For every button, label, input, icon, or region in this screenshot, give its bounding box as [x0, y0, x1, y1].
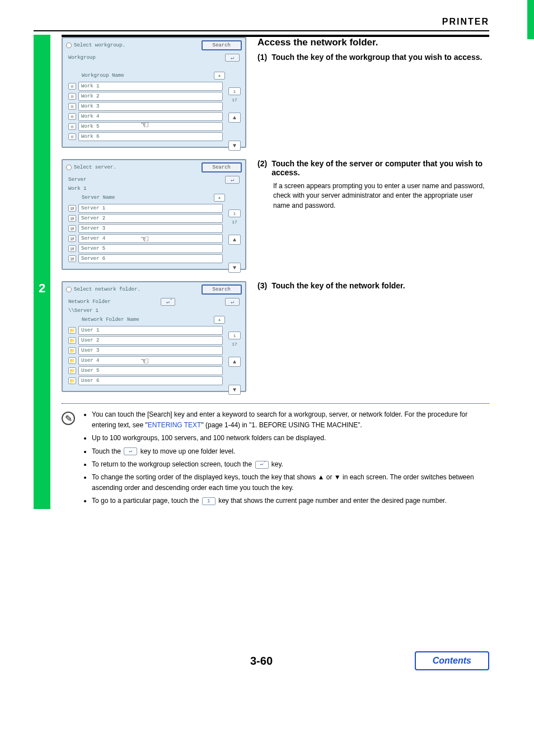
list-item[interactable]: User 4 [78, 356, 223, 365]
up-level-button[interactable]: ↵ [225, 54, 240, 62]
computer-icon: 🖳 [68, 205, 76, 212]
page-total: 17 [232, 342, 237, 347]
list-item[interactable]: Work 5 [78, 122, 223, 131]
list-item[interactable]: User 1 [78, 326, 223, 335]
note-item: Touch the ↵ key to move up one folder le… [92, 446, 489, 457]
computer-icon: 🖳 [68, 245, 76, 252]
step-number: (2) [257, 159, 267, 177]
folder-icon: 📁 [68, 367, 76, 374]
search-button[interactable]: Search [202, 284, 242, 295]
list-item[interactable]: User 6 [78, 376, 223, 385]
header-title: PRINTER [34, 17, 489, 27]
section-number: 2 [34, 281, 50, 296]
panel-server: Select server. Search Server ↵ Work 1 [62, 159, 246, 270]
computer-icon: 🖳 [68, 235, 76, 242]
network-icon: ⊞ [68, 133, 76, 140]
list-item[interactable]: User 3 [78, 346, 223, 355]
up-level-icon: ↵ [124, 447, 137, 455]
computer-icon: 🖳 [68, 255, 76, 262]
home-button[interactable]: ↵̄ [161, 298, 175, 306]
step-number: (1) [257, 53, 267, 62]
list-item[interactable]: Work 2 [78, 92, 223, 101]
network-icon: ⊞ [68, 93, 76, 100]
note-item: Up to 100 workgroups, 100 servers, and 1… [92, 433, 489, 444]
breadcrumb: Work 1 [68, 186, 86, 192]
step-body: If a screen appears prompting you to ent… [273, 181, 489, 211]
breadcrumb: \\Server 1 [68, 308, 99, 314]
scroll-down-button[interactable]: ▼ [228, 141, 241, 151]
notes-list: You can touch the [Search] key and enter… [83, 409, 489, 509]
folder-icon: 📁 [68, 347, 76, 354]
folder-icon: 📁 [68, 377, 76, 384]
computer-icon: 🖳 [68, 225, 76, 232]
sort-button[interactable]: ▲ [214, 194, 225, 202]
up-level-button[interactable]: ↵ [225, 176, 240, 184]
list-item[interactable]: Work 4 [78, 112, 223, 121]
globe-icon [66, 43, 72, 48]
note-icon: ✎ [62, 412, 75, 425]
page-total: 17 [232, 220, 237, 225]
list-item[interactable]: Server 1 [78, 204, 223, 213]
list-item[interactable]: Server 3 [78, 224, 223, 233]
scroll-up-button[interactable]: ▲ [228, 357, 241, 367]
list-item[interactable]: Server 5 [78, 244, 223, 253]
list-item[interactable]: Work 6 [78, 132, 223, 141]
folder-icon: 📁 [68, 327, 76, 334]
column-header: Server Name [82, 195, 214, 200]
scroll-down-button[interactable]: ▼ [228, 385, 241, 395]
scroll-up-button[interactable]: ▲ [228, 113, 241, 123]
globe-icon [66, 165, 72, 170]
contents-button[interactable]: Contents [415, 651, 489, 670]
up-level-button[interactable]: ↵ [225, 298, 240, 306]
panel-workgroup: Select workgroup. Search Workgroup ↵ 1 1… [62, 37, 246, 148]
entering-text-link[interactable]: ENTERING TEXT [148, 421, 202, 429]
folder-icon: 📁 [68, 337, 76, 344]
panel-title: Select server. [74, 165, 199, 170]
sort-button[interactable]: ▲ [214, 72, 225, 80]
network-icon: ⊞ [68, 103, 76, 110]
breadcrumb: Server [68, 177, 86, 183]
step-label: Touch the key of the network folder. [271, 281, 405, 290]
page-number: 3-60 [250, 655, 273, 668]
scroll-down-button[interactable]: ▼ [228, 263, 241, 273]
home-icon: ↵̄ [255, 461, 269, 469]
folder-icon: 📁 [68, 357, 76, 364]
breadcrumb: Workgroup [68, 55, 96, 60]
computer-icon: 🖳 [68, 215, 76, 222]
list-item[interactable]: User 2 [78, 336, 223, 345]
panel-network-folder: Select network folder. Search Network Fo… [62, 281, 246, 392]
globe-icon [66, 287, 72, 292]
search-button[interactable]: Search [202, 162, 242, 172]
note-item: To return to the workgroup selection scr… [92, 459, 489, 470]
step-label: Touch the key of the workgroup that you … [271, 53, 482, 62]
search-button[interactable]: Search [202, 40, 242, 50]
step-number: (3) [257, 281, 267, 290]
list-item[interactable]: User 5 [78, 366, 223, 375]
header-rule [34, 30, 489, 31]
panel-title: Select workgroup. [74, 43, 199, 48]
list-item[interactable]: Server 4 [78, 234, 223, 243]
note-item: To go to a particular page, touch the 1 … [92, 496, 489, 506]
page-number-icon: 1 [202, 497, 216, 505]
note-item: You can touch the [Search] key and enter… [92, 409, 489, 431]
scroll-up-button[interactable]: ▲ [228, 235, 241, 245]
column-header: Workgroup Name [82, 73, 214, 78]
network-icon: ⊞ [68, 123, 76, 130]
network-icon: ⊞ [68, 113, 76, 120]
column-header: Network Folder Name [82, 317, 214, 323]
note-item: To change the sorting order of the displ… [92, 472, 489, 493]
page-indicator-button[interactable]: 1 [228, 209, 241, 217]
list-item[interactable]: Server 6 [78, 254, 223, 263]
sort-button[interactable]: ▲ [214, 316, 225, 324]
page-indicator-button[interactable]: 1 [228, 87, 241, 95]
list-item[interactable]: Server 2 [78, 214, 223, 223]
dotted-separator [62, 403, 489, 404]
list-item[interactable]: Work 1 [78, 82, 223, 91]
list-item[interactable]: Work 3 [78, 102, 223, 111]
network-icon: ⊞ [68, 83, 76, 90]
main-heading: Access the network folder. [257, 37, 489, 48]
margin-green-strip [527, 0, 534, 39]
breadcrumb: Network Folder [68, 299, 111, 305]
step-label: Touch the key of the server or computer … [271, 159, 489, 177]
page-indicator-button[interactable]: 1 [228, 332, 241, 339]
